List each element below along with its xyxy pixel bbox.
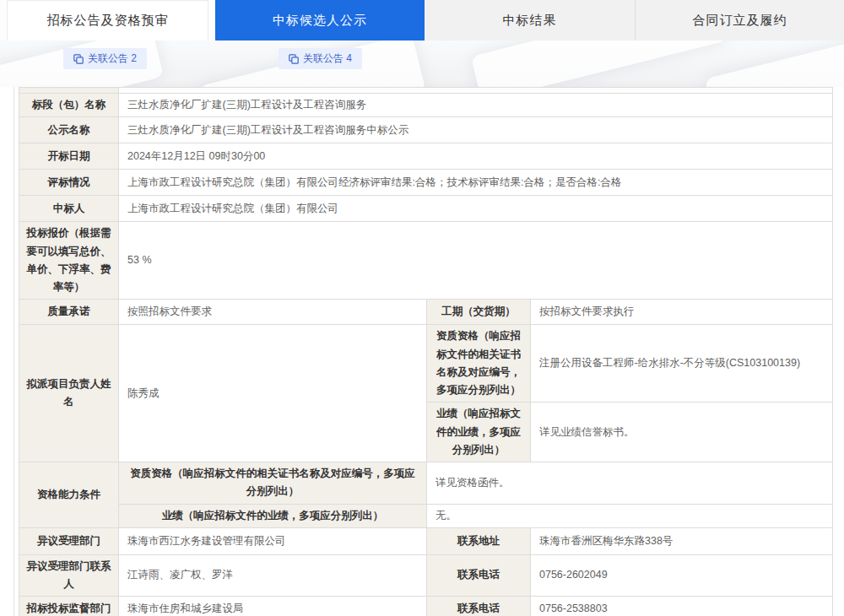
tab-winning-candidate-publicity[interactable]: 中标候选人公示 <box>215 0 425 41</box>
supervision-phone-label: 联系电话 <box>427 597 531 616</box>
background-decoration <box>471 41 728 87</box>
winner-value: 上海市政工程设计研究总院（集团）有限公司 <box>119 196 833 222</box>
objection-address-label: 联系地址 <box>427 527 531 554</box>
tab-contract-performance[interactable]: 合同订立及履约 <box>635 0 844 41</box>
leader-performance-label: 业绩（响应招标文件的业绩，多项应分别列出） <box>427 403 531 462</box>
supervision-dept-value: 珠海市住房和城乡建设局 <box>119 597 427 616</box>
bid-price-value: 53 % <box>119 222 833 300</box>
objection-dept-label: 异议受理部门 <box>19 527 119 554</box>
related-announcement-2-button[interactable]: 关联公告 2 <box>63 48 147 69</box>
table-row-section-name: 标段（包）名称 三灶水质净化厂扩建(三期)工程设计及工程咨询服务 <box>19 94 833 117</box>
objection-phone-label: 联系电话 <box>427 554 531 597</box>
publicity-detail-table: 标段（包）名称 三灶水质净化厂扩建(三期)工程设计及工程咨询服务 公示名称 三灶… <box>19 87 833 616</box>
bid-price-label: 投标报价（根据需要可以填写总价、单价、下浮率、费率等） <box>19 222 119 300</box>
related-announcement-4-button[interactable]: 关联公告 4 <box>279 48 362 69</box>
project-leader-value: 陈秀成 <box>119 325 427 462</box>
table-row-bid-open-date: 开标日期 2024年12月12日 09时30分00 <box>19 143 833 170</box>
hero-banner: 关联公告 2 关联公告 4 <box>0 41 844 87</box>
qualification-label: 资格能力条件 <box>19 462 119 528</box>
table-row-bid-price: 投标报价（根据需要可以填写总价、单价、下浮率、费率等） 53 % <box>19 222 833 300</box>
notice-name-value: 三灶水质净化厂扩建(三期)工程设计及工程咨询服务中标公示 <box>119 117 833 143</box>
duration-value: 按招标文件要求执行 <box>531 300 833 325</box>
qualification-performance-value: 无。 <box>427 504 833 527</box>
objection-contact-value: 江诗雨、凌广权、罗洋 <box>119 554 427 597</box>
copy-icon <box>73 54 84 64</box>
supervision-dept-label: 招标投标监督部门 <box>19 597 119 616</box>
qualification-cert-label: 资质资格（响应招标文件的相关证书名称及对应编号，多项应分别列出） <box>119 462 427 505</box>
leader-qualification-value: 注册公用设备工程师-给水排水-不分等级(CS103100139) <box>531 325 833 403</box>
publicity-detail-panel: 标段（包）名称 三灶水质净化厂扩建(三期)工程设计及工程咨询服务 公示名称 三灶… <box>14 87 844 616</box>
project-leader-label: 拟派项目负责人姓名 <box>19 325 119 462</box>
table-row-qualification-performance: 业绩（响应招标文件的业绩，多项应分别列出） 无。 <box>19 504 833 527</box>
table-row-evaluation: 评标情况 上海市政工程设计研究总院（集团）有限公司经济标评审结果:合格；技术标评… <box>19 170 833 196</box>
copy-icon <box>289 54 299 64</box>
objection-address-value: 珠海市香洲区梅华东路338号 <box>531 527 833 554</box>
section-name-label: 标段（包）名称 <box>19 94 119 117</box>
section-name-value: 三灶水质净化厂扩建(三期)工程设计及工程咨询服务 <box>119 94 833 117</box>
table-row-project-leader: 拟派项目负责人姓名 陈秀成 资质资格（响应招标文件的相关证书名称及对应编号，多项… <box>19 325 833 403</box>
table-row-objection-dept: 异议受理部门 珠海市西江水务建设管理有限公司 联系地址 珠海市香洲区梅华东路33… <box>19 527 833 554</box>
leader-performance-value: 详见业绩信誉标书。 <box>531 403 833 462</box>
table-row-objection-contact: 异议受理部门联系人 江诗雨、凌广权、罗洋 联系电话 0756-2602049 <box>19 554 833 597</box>
related-announcement-2-label: 关联公告 2 <box>88 51 137 66</box>
table-row-notice-name: 公示名称 三灶水质净化厂扩建(三期)工程设计及工程咨询服务中标公示 <box>19 117 833 143</box>
quality-label: 质量承诺 <box>19 300 119 325</box>
related-announcement-4-label: 关联公告 4 <box>303 51 352 66</box>
duration-label: 工期（交货期） <box>427 300 531 325</box>
table-row-qualification: 资格能力条件 资质资格（响应招标文件的相关证书名称及对应编号，多项应分别列出） … <box>19 462 833 505</box>
table-row-supervision-dept: 招标投标监督部门 珠海市住房和城乡建设局 联系电话 0756-2538803 <box>19 597 833 616</box>
qualification-performance-label: 业绩（响应招标文件的业绩，多项应分别列出） <box>119 504 427 527</box>
quality-value: 按照招标文件要求 <box>119 300 427 325</box>
qualification-cert-value: 详见资格函件。 <box>427 462 833 505</box>
evaluation-label: 评标情况 <box>19 170 119 196</box>
tab-winning-result[interactable]: 中标结果 <box>425 0 635 41</box>
table-row-winner: 中标人 上海市政工程设计研究总院（集团）有限公司 <box>19 196 833 222</box>
objection-contact-label: 异议受理部门联系人 <box>19 554 119 597</box>
table-row-quality-duration: 质量承诺 按照招标文件要求 工期（交货期） 按招标文件要求执行 <box>19 300 833 325</box>
winner-label: 中标人 <box>19 196 119 222</box>
supervision-phone-value: 0756-2538803 <box>531 597 833 616</box>
tab-bar: 招标公告及资格预审 中标候选人公示 中标结果 合同订立及履约 <box>0 0 844 41</box>
leader-qualification-label: 资质资格（响应招标文件的相关证书名称及对应编号，多项应分别列出） <box>427 325 531 403</box>
bid-open-date-value: 2024年12月12日 09时30分00 <box>119 143 833 170</box>
evaluation-value: 上海市政工程设计研究总院（集团）有限公司经济标评审结果:合格；技术标评审结果:合… <box>119 170 833 196</box>
notice-name-label: 公示名称 <box>19 117 119 143</box>
tab-tender-announcement[interactable]: 招标公告及资格预审 <box>7 0 208 41</box>
table-row-clipped-top <box>19 88 833 94</box>
background-decoration <box>705 41 844 87</box>
objection-phone-value: 0756-2602049 <box>531 554 833 597</box>
bid-open-date-label: 开标日期 <box>19 143 119 170</box>
objection-dept-value: 珠海市西江水务建设管理有限公司 <box>119 527 427 554</box>
